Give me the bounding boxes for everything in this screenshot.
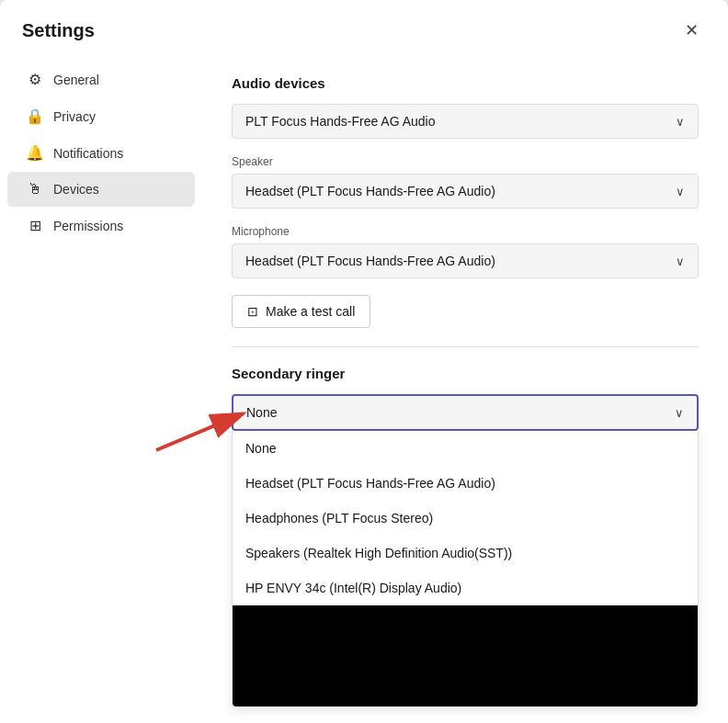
secondary-ringer-section: Secondary ringer None ∨ NoneHeadset (PLT…: [232, 366, 699, 707]
secondary-ringer-chevron-icon: ∨: [675, 406, 684, 420]
dialog-body: ⚙General🔒Privacy🔔Notifications🖱Devices⊞P…: [0, 53, 728, 723]
speaker-value: Headset (PLT Focus Hands-Free AG Audio): [245, 184, 495, 198]
sidebar-item-permissions[interactable]: ⊞Permissions: [7, 208, 195, 243]
close-button[interactable]: ✕: [677, 18, 706, 42]
audio-section-title: Audio devices: [232, 75, 699, 91]
sidebar-label-general: General: [53, 73, 99, 87]
dropdown-option[interactable]: Headset (PLT Focus Hands-Free AG Audio): [233, 466, 698, 501]
test-call-icon: ⊡: [247, 304, 258, 319]
dialog-title: Settings: [22, 20, 95, 41]
dropdown-option[interactable]: None: [233, 431, 698, 466]
audio-device-chevron-icon: ∨: [676, 115, 685, 129]
dropdown-option[interactable]: Speakers (Realtek High Definition Audio(…: [233, 536, 698, 570]
audio-device-value: PLT Focus Hands-Free AG Audio: [245, 114, 435, 129]
privacy-icon: 🔒: [26, 107, 44, 125]
sidebar: ⚙General🔒Privacy🔔Notifications🖱Devices⊞P…: [0, 53, 202, 723]
audio-device-dropdown[interactable]: PLT Focus Hands-Free AG Audio ∨: [232, 104, 699, 139]
section-divider: [232, 346, 699, 347]
dropdown-option[interactable]: HP ENVY 34c (Intel(R) Display Audio): [233, 570, 698, 605]
dialog-header: Settings ✕: [0, 0, 728, 53]
sidebar-item-general[interactable]: ⚙General: [7, 62, 195, 97]
sidebar-label-notifications: Notifications: [53, 146, 123, 161]
general-icon: ⚙: [26, 71, 44, 88]
settings-dialog: Settings ✕ ⚙General🔒Privacy🔔Notification…: [0, 0, 728, 723]
black-box: [233, 605, 698, 706]
speaker-chevron-icon: ∨: [676, 185, 685, 198]
microphone-label: Microphone: [232, 225, 699, 238]
secondary-ringer-dropdown[interactable]: None ∨: [232, 394, 699, 431]
sidebar-item-privacy[interactable]: 🔒Privacy: [7, 98, 195, 134]
microphone-chevron-icon: ∨: [676, 254, 685, 268]
secondary-ringer-title: Secondary ringer: [232, 366, 699, 381]
speaker-dropdown[interactable]: Headset (PLT Focus Hands-Free AG Audio) …: [232, 174, 699, 209]
secondary-ringer-menu: NoneHeadset (PLT Focus Hands-Free AG Aud…: [232, 431, 699, 707]
sidebar-label-privacy: Privacy: [53, 109, 96, 124]
audio-device-wrapper: PLT Focus Hands-Free AG Audio ∨: [232, 104, 699, 139]
sidebar-item-notifications[interactable]: 🔔Notifications: [7, 135, 195, 171]
dropdown-option[interactable]: Headphones (PLT Focus Stereo): [233, 501, 698, 536]
microphone-dropdown[interactable]: Headset (PLT Focus Hands-Free AG Audio) …: [232, 243, 699, 278]
notifications-icon: 🔔: [26, 144, 44, 162]
microphone-wrapper: Microphone Headset (PLT Focus Hands-Free…: [232, 225, 699, 278]
devices-icon: 🖱: [26, 181, 44, 198]
speaker-label: Speaker: [232, 155, 699, 168]
secondary-ringer-wrapper: None ∨ NoneHeadset (PLT Focus Hands-Free…: [232, 394, 699, 707]
test-call-button[interactable]: ⊡ Make a test call: [232, 295, 370, 328]
microphone-value: Headset (PLT Focus Hands-Free AG Audio): [245, 254, 495, 268]
sidebar-label-permissions: Permissions: [53, 219, 123, 233]
sidebar-label-devices: Devices: [53, 182, 99, 197]
secondary-ringer-value: None: [246, 405, 277, 420]
test-call-label: Make a test call: [266, 304, 355, 319]
main-content: Audio devices PLT Focus Hands-Free AG Au…: [202, 53, 728, 723]
speaker-wrapper: Speaker Headset (PLT Focus Hands-Free AG…: [232, 155, 699, 209]
permissions-icon: ⊞: [26, 217, 44, 234]
sidebar-item-devices[interactable]: 🖱Devices: [7, 172, 195, 207]
